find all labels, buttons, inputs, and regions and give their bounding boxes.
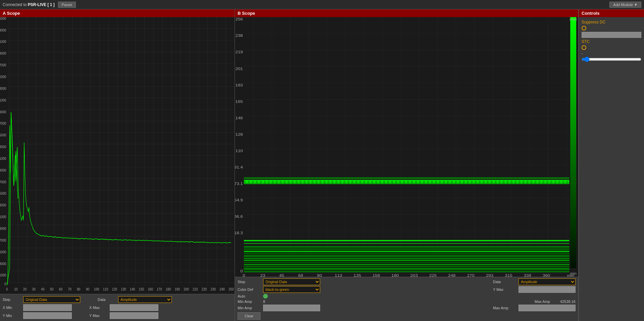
b-ymax-input[interactable] <box>518 286 576 293</box>
svg-rect-51 <box>244 17 578 272</box>
svg-text:0: 0 <box>4 281 6 286</box>
b-auto-label: Auto <box>238 294 261 298</box>
svg-rect-105 <box>570 17 576 268</box>
a-ymax-input[interactable] <box>110 312 158 319</box>
svg-rect-93 <box>244 247 569 248</box>
svg-rect-90 <box>244 240 569 241</box>
svg-text:31000: 31000 <box>0 98 6 102</box>
svg-text:39000: 39000 <box>0 51 6 55</box>
svg-text:219: 219 <box>235 50 243 54</box>
svg-rect-98 <box>244 258 569 259</box>
a-step-label: Step <box>3 298 21 302</box>
svg-text:240: 240 <box>219 287 225 291</box>
svg-text:91.4: 91.4 <box>235 165 243 170</box>
svg-text:113: 113 <box>335 273 342 277</box>
pause-button[interactable]: Pause <box>58 2 76 8</box>
stc-toggle[interactable] <box>582 45 586 50</box>
b-row2: Color Def black-to-green Y Max <box>238 286 576 293</box>
svg-text:150: 150 <box>139 287 144 291</box>
a-xmax-input[interactable] <box>110 304 158 311</box>
svg-text:190: 190 <box>175 287 180 291</box>
svg-text:100: 100 <box>94 287 99 291</box>
svg-text:220: 220 <box>202 287 207 291</box>
b-step-select[interactable]: Original Data <box>263 278 320 285</box>
b-data-select[interactable]: Amplitude <box>518 278 576 285</box>
svg-text:210: 210 <box>193 287 198 291</box>
panel-a-row3: Y Min Y Max <box>3 312 232 319</box>
b-maxamp-input[interactable] <box>518 305 576 311</box>
b-minamp-label: Min Amp <box>238 300 261 304</box>
svg-text:160: 160 <box>148 287 153 291</box>
svg-text:1000: 1000 <box>0 273 6 277</box>
svg-rect-104 <box>244 271 569 272</box>
add-module-button[interactable]: Add Module ▼ <box>609 2 641 8</box>
svg-text:238: 238 <box>235 34 243 38</box>
svg-text:54.9: 54.9 <box>235 198 243 202</box>
svg-text:9000: 9000 <box>0 226 6 231</box>
svg-text:230: 230 <box>211 287 216 291</box>
svg-text:270: 270 <box>467 273 475 277</box>
svg-text:min: min <box>570 271 577 275</box>
svg-text:73.1: 73.1 <box>235 182 243 186</box>
svg-rect-0 <box>7 17 235 285</box>
a-step-select[interactable]: Original Data <box>23 296 80 303</box>
b-row1: Step Original Data Data Amplitude <box>238 278 576 285</box>
b-colordef-select[interactable]: black-to-green <box>263 286 320 293</box>
svg-text:180: 180 <box>391 273 399 277</box>
svg-text:max: max <box>569 17 577 21</box>
panel-b-svg: 256 238 219 201 183 165 146 128 110 91.4… <box>235 17 578 277</box>
b-row5: Min Amp Max Amp <box>238 305 576 311</box>
svg-text:43000: 43000 <box>0 28 6 32</box>
connection-label: Connected to PSR-LIVE [ 1 ] <box>3 2 55 7</box>
svg-rect-97 <box>244 256 569 257</box>
svg-text:180: 180 <box>166 287 171 291</box>
controls-header: Controls <box>579 9 644 17</box>
svg-text:3000: 3000 <box>0 261 6 265</box>
svg-rect-103 <box>244 268 569 269</box>
panel-a-svg: 45000 43000 41000 39000 37000 35000 3300… <box>0 17 235 294</box>
svg-text:7000: 7000 <box>0 238 6 242</box>
svg-text:130: 130 <box>121 287 126 291</box>
main-content: A Scope 45000 43000 41000 39000 37000 35… <box>0 9 644 321</box>
panel-a-row2: X Min X Max <box>3 304 232 311</box>
svg-text:120: 120 <box>112 287 117 291</box>
svg-text:13000: 13000 <box>0 203 6 207</box>
a-ymin-input[interactable] <box>23 312 72 319</box>
svg-rect-91 <box>244 243 569 244</box>
b-ymax-label: Y Max <box>493 287 516 292</box>
svg-text:248: 248 <box>448 273 455 277</box>
b-colordef-label: Color Def <box>238 287 261 292</box>
b-minamp-input[interactable] <box>263 305 320 311</box>
svg-text:36.6: 36.6 <box>235 214 243 219</box>
b-data-label: Data <box>493 280 516 284</box>
svg-text:30: 30 <box>32 287 36 291</box>
panel-b: B Scope 256 238 219 201 183 165 146 128 <box>235 9 579 321</box>
suppress-dc-toggle-row <box>582 26 641 30</box>
svg-rect-102 <box>244 266 569 267</box>
svg-text:19000: 19000 <box>0 168 6 172</box>
svg-text:110: 110 <box>103 287 108 291</box>
svg-rect-96 <box>244 253 569 254</box>
b-auto-checkbox[interactable] <box>263 294 268 299</box>
svg-rect-99 <box>244 260 569 261</box>
panel-a-bottom-controls: Step Original Data Data Amplitude X Min … <box>0 294 235 321</box>
svg-text:158: 158 <box>373 273 380 277</box>
a-data-select[interactable]: Amplitude <box>118 296 172 303</box>
svg-text:183: 183 <box>235 83 243 87</box>
svg-text:360: 360 <box>543 273 550 277</box>
b-step-label: Step <box>238 280 261 284</box>
svg-text:60: 60 <box>59 287 62 291</box>
svg-text:41000: 41000 <box>0 39 6 44</box>
svg-text:201: 201 <box>235 66 243 71</box>
clear-button[interactable]: Clear <box>238 312 260 320</box>
suppress-dc-toggle[interactable] <box>582 26 586 30</box>
svg-text:15000: 15000 <box>0 191 6 195</box>
a-xmin-input[interactable] <box>23 304 72 311</box>
a-ymax-label: Y Max <box>89 314 108 318</box>
b-maxamp-value: 42539.16 <box>560 300 576 304</box>
svg-text:21000: 21000 <box>0 156 6 160</box>
b-maxamp-label2: Max Amp <box>493 306 516 310</box>
stc-toggle-row <box>582 45 641 50</box>
svg-text:50: 50 <box>50 287 53 291</box>
stc-slider[interactable] <box>582 57 641 62</box>
